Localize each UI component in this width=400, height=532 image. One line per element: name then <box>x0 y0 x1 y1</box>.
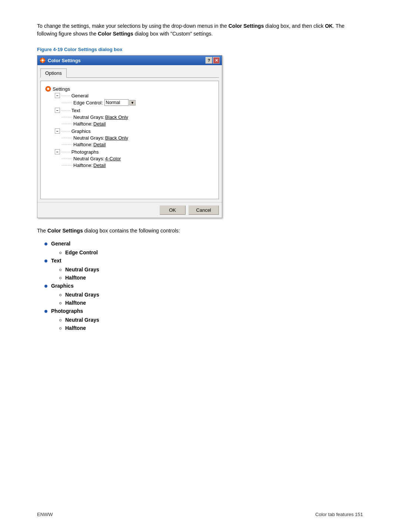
bullet-dot-photographs <box>44 310 47 313</box>
dialog-tabs: Options <box>40 68 219 78</box>
bullet-label-general: General <box>51 241 70 247</box>
graphics-halftone-value: Detail <box>93 142 106 147</box>
photos-halftone-label: Halftone: <box>73 163 93 168</box>
dialog-titlebar: Color Settings ? ✕ <box>37 56 222 65</box>
footer-left: ENWW <box>37 512 53 517</box>
tree-photos-neutral-row: ········· Neutral Grays: 4-Color <box>61 155 214 162</box>
sub-item-photos-neutral: Neutral Grays <box>59 317 363 323</box>
sub-list-graphics: Neutral Grays Halftone <box>59 292 363 306</box>
dialog-title-icon <box>40 57 46 63</box>
sub-dot-photos-halftone <box>59 327 61 329</box>
tree-graphics-halftone-row: ········· Halftone: Detail <box>61 141 214 148</box>
graphics-label: Graphics <box>71 128 91 134</box>
tree-expand-text[interactable]: − <box>55 108 60 113</box>
intro-bold-2: OK <box>325 23 333 29</box>
sub-label-graphics-neutral: Neutral Grays <box>65 292 99 298</box>
sub-list-photographs: Neutral Grays Halftone <box>59 317 363 331</box>
photos-halftone-value: Detail <box>93 163 106 168</box>
edge-control-dropdown[interactable]: Normal ▼ <box>104 99 136 106</box>
graphics-neutral-grays-label: Neutral Grays: <box>73 135 104 141</box>
tree-settings-row: Settings <box>45 86 214 92</box>
tree-photographs-row: − ········ Photographs <box>53 148 214 155</box>
tree-graphics-neutral-row: ········· Neutral Grays: Black Only <box>61 134 214 141</box>
bullet-item-text: Text <box>44 258 363 264</box>
figure-label: Figure 4-19 Color Settings dialog box <box>37 47 363 52</box>
help-button[interactable]: ? <box>206 57 212 64</box>
sub-item-edge-control: Edge Control <box>59 250 363 255</box>
desc-text-2: dialog box contains the following contro… <box>83 228 180 234</box>
bullet-item-graphics: Graphics <box>44 283 363 289</box>
bullet-label-photographs: Photographs <box>51 308 83 314</box>
tree-expand-photographs[interactable]: − <box>55 149 60 154</box>
graphics-neutral-grays-value: Black Only <box>105 135 128 141</box>
sub-label-photos-neutral: Neutral Grays <box>65 317 99 323</box>
close-button[interactable]: ✕ <box>213 57 220 64</box>
sub-dot-edge-control <box>59 252 61 254</box>
settings-label: Settings <box>53 86 70 92</box>
dialog-panel: Settings − ········ General ········· Ed… <box>40 81 219 199</box>
sub-dot-graphics-neutral <box>59 294 61 296</box>
intro-bold-3: Color Settings <box>98 31 133 37</box>
sub-list-general: Edge Control <box>59 250 363 255</box>
bullet-item-general: General <box>44 241 363 247</box>
tree-text-neutral-row: ········· Neutral Grays: Black Only <box>61 114 214 120</box>
desc-text-1: The <box>37 228 47 234</box>
tree-expand-graphics[interactable]: − <box>55 128 60 134</box>
tree-settings-icon <box>45 86 51 92</box>
text-neutral-grays-value: Black Only <box>105 114 128 120</box>
tree-expand-general[interactable]: − <box>55 93 60 98</box>
photos-neutral-grays-label: Neutral Grays: <box>73 156 104 161</box>
color-settings-dialog: Color Settings ? ✕ Options <box>37 55 222 218</box>
sub-label-graphics-halftone: Halftone <box>65 300 86 306</box>
graphics-halftone-label: Halftone: <box>73 142 93 147</box>
ok-button[interactable]: OK <box>160 205 186 215</box>
intro-paragraph: To change the settings, make your select… <box>37 22 363 38</box>
dialog-footer: OK Cancel <box>37 202 222 218</box>
tree-edge-control-row: ········· Edge Control: Normal ▼ <box>61 99 214 106</box>
sub-label-edge-control: Edge Control <box>65 250 98 255</box>
bullet-label-text: Text <box>51 258 61 264</box>
edge-control-label: Edge Control: <box>73 100 103 106</box>
sub-label-text-halftone: Halftone <box>65 275 86 281</box>
sub-item-text-neutral: Neutral Grays <box>59 267 363 272</box>
intro-bold-1: Color Settings <box>229 23 264 29</box>
edge-control-value[interactable]: Normal <box>104 99 129 106</box>
svg-point-1 <box>41 59 44 61</box>
dialog-title-left: Color Settings <box>40 57 81 63</box>
sub-dot-photos-neutral <box>59 319 61 321</box>
sub-list-text: Neutral Grays Halftone <box>59 267 363 281</box>
bullet-dot-text <box>44 260 47 262</box>
photos-neutral-grays-value: 4-Color <box>105 156 121 161</box>
sub-item-photos-halftone: Halftone <box>59 325 363 331</box>
intro-text-2: dialog box, and then click <box>264 23 325 29</box>
text-halftone-label: Halftone: <box>73 121 93 127</box>
tree-general-row: − ········ General <box>53 92 214 99</box>
bullet-dot-general <box>44 242 47 245</box>
tree-graphics-row: − ········ Graphics <box>53 128 214 134</box>
bullet-item-photographs: Photographs <box>44 308 363 314</box>
sub-item-graphics-halftone: Halftone <box>59 300 363 306</box>
dialog-body: Options Settings − ···· <box>37 65 222 202</box>
tab-options[interactable]: Options <box>40 68 67 78</box>
footer-right: Color tab features 151 <box>315 512 363 517</box>
dialog-title-buttons: ? ✕ <box>206 57 220 64</box>
sub-dot-graphics-halftone <box>59 302 61 304</box>
page-footer: ENWW Color tab features 151 <box>37 512 363 517</box>
sub-dot-text-neutral <box>59 269 61 271</box>
tree-text-row: − ········ Text <box>53 107 214 114</box>
text-neutral-grays-label: Neutral Grays: <box>73 114 104 120</box>
dialog-title-text: Color Settings <box>48 58 81 63</box>
text-label: Text <box>71 108 80 113</box>
sub-item-graphics-neutral: Neutral Grays <box>59 292 363 298</box>
text-halftone-value: Detail <box>93 121 106 127</box>
desc-bold: Color Settings <box>47 228 83 234</box>
photographs-label: Photographs <box>71 149 99 155</box>
bullet-label-graphics: Graphics <box>51 283 74 289</box>
sub-dot-text-halftone <box>59 277 61 279</box>
edge-control-arrow[interactable]: ▼ <box>129 100 136 106</box>
body-description: The Color Settings dialog box contains t… <box>37 227 363 235</box>
general-label: General <box>71 93 89 98</box>
cancel-button[interactable]: Cancel <box>189 205 219 215</box>
bullet-list: General Edge Control Text Neutral Grays … <box>44 241 363 331</box>
tree-text-halftone-row: ········· Halftone: Detail <box>61 120 214 127</box>
